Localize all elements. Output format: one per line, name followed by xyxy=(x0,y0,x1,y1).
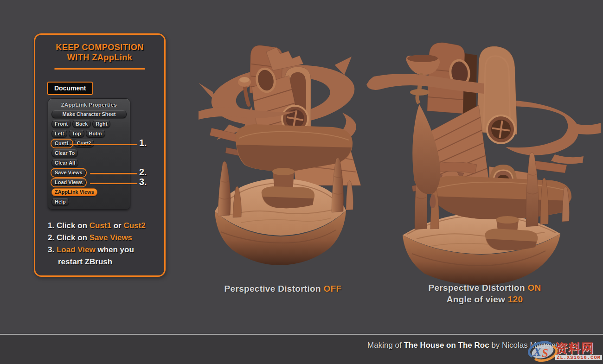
annotation-number-2: 2. xyxy=(139,167,147,178)
document-menu-button[interactable]: Document xyxy=(47,82,93,95)
title-divider xyxy=(54,68,145,70)
zapplink-properties-panel: ZAppLink Properties Make Character Sheet… xyxy=(48,98,130,210)
clear-to-button[interactable]: Clear To xyxy=(51,149,78,157)
swirl-ring xyxy=(505,100,601,164)
sculpt-render-perspective-on xyxy=(366,25,601,287)
logo-letter-x: X xyxy=(533,345,542,358)
watermark: X S 资料网 ZL.XS1616.COM xyxy=(527,339,602,363)
caption-right-line2: Angle of view 120 xyxy=(397,294,573,305)
instruction-line-2: 2. Click on Save Views xyxy=(48,232,164,244)
clear-all-button[interactable]: Clear All xyxy=(51,159,78,167)
instruction-line-4: restart ZBrush xyxy=(48,256,164,268)
angle-value: 120 xyxy=(508,294,523,304)
caption-right-line1: Perspective Distortion ON xyxy=(397,283,573,293)
tutorial-page: KEEP COMPOSITION WITH ZAppLink Document … xyxy=(0,0,603,364)
top-button[interactable]: Top xyxy=(69,130,84,138)
tutorial-panel: KEEP COMPOSITION WITH ZAppLink Document … xyxy=(34,33,166,277)
caption-perspective-off: Perspective Distortion OFF xyxy=(199,284,366,294)
caption-perspective-on: Perspective Distortion ON Angle of view … xyxy=(397,283,573,305)
botm-button[interactable]: Botm xyxy=(86,130,105,138)
xs-logo-icon: X S xyxy=(527,339,558,363)
instruction-line-1: 1. Click on Cust1 or Cust2 xyxy=(48,220,164,232)
on-value: ON xyxy=(527,283,541,293)
annotation-line-3 xyxy=(90,183,137,184)
sculpt-render-perspective-off xyxy=(199,28,371,286)
rght-button[interactable]: Rght xyxy=(92,120,110,128)
annotation-line-1 xyxy=(70,144,137,145)
zapplink-properties-header: ZAppLink Properties xyxy=(51,101,127,110)
annotation-number-1: 1. xyxy=(139,138,147,148)
load-views-button[interactable]: Load Views xyxy=(51,179,86,186)
cust1-button[interactable]: Cust1 xyxy=(51,140,72,147)
watermark-site-name: 资料网 xyxy=(555,342,594,354)
instruction-line-3: 3. Load View when you xyxy=(48,244,164,256)
panel-title: KEEP COMPOSITION WITH ZAppLink xyxy=(35,35,164,63)
make-character-sheet-button[interactable]: Make Character Sheet xyxy=(51,110,127,118)
front-button[interactable]: Front xyxy=(51,120,71,128)
off-value: OFF xyxy=(323,284,341,294)
rock-platform xyxy=(430,176,571,219)
annotation-line-2 xyxy=(90,173,137,174)
annotation-number-3: 3. xyxy=(139,177,147,187)
logo-letter-s: S xyxy=(542,347,548,359)
panel-title-line1: KEEP COMPOSITION xyxy=(35,42,164,52)
back-button[interactable]: Back xyxy=(72,120,91,128)
help-button[interactable]: Help xyxy=(51,198,69,206)
save-views-button[interactable]: Save Views xyxy=(51,169,86,177)
left-button[interactable]: Left xyxy=(51,130,67,138)
panel-title-line2: WITH ZAppLink xyxy=(35,52,164,63)
zapplink-views-button[interactable]: ZAppLink Views xyxy=(51,188,97,196)
credit-title: The House on The Roc xyxy=(404,341,489,350)
watermark-site-url: ZL.XS1616.COM xyxy=(555,355,602,360)
instructions: 1. Click on Cust1 or Cust2 2. Click on S… xyxy=(48,220,164,268)
